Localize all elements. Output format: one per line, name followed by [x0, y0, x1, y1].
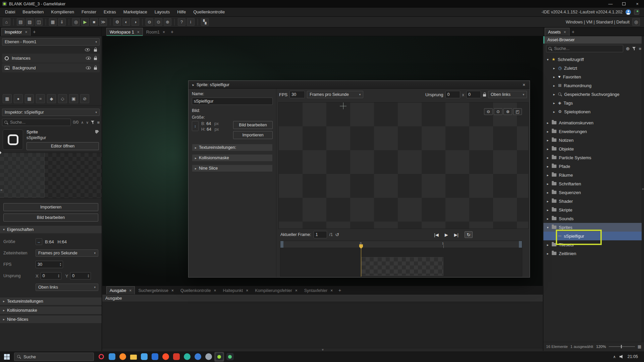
- close-tab-icon[interactable]: ×: [330, 288, 333, 293]
- pdf-icon[interactable]: [171, 352, 181, 362]
- steam-icon[interactable]: [204, 352, 213, 362]
- asset-search-input[interactable]: [554, 46, 621, 51]
- run-icon[interactable]: ▶: [81, 18, 89, 26]
- collapse-icon[interactable]: ▲: [191, 82, 195, 87]
- tray-expand-icon[interactable]: ∧: [613, 355, 616, 359]
- add-layer-folder-icon[interactable]: ▣: [69, 94, 78, 103]
- eye-icon[interactable]: [85, 48, 90, 51]
- caret-icon[interactable]: ▸: [546, 243, 549, 247]
- asset-tree-item-schnellzugriff[interactable]: ▾★Schnellzugriff: [543, 55, 642, 64]
- asset-tree-item-sounds[interactable]: ▸Sounds: [543, 214, 642, 223]
- caret-icon[interactable]: ▾: [546, 226, 549, 229]
- search-next-icon[interactable]: ∨: [86, 120, 89, 125]
- current-frame-input[interactable]: [314, 231, 327, 238]
- caret-icon[interactable]: ▾: [546, 58, 549, 61]
- package-icon[interactable]: ◐: [122, 18, 130, 26]
- brave-icon[interactable]: [161, 352, 170, 362]
- caret-icon[interactable]: ▸: [546, 191, 549, 194]
- timeline-start-handle[interactable]: [280, 241, 283, 248]
- edit-image-button[interactable]: Bild bearbeiten: [233, 121, 273, 129]
- add-asset-icon[interactable]: ⊕: [626, 46, 630, 51]
- close-tab-icon[interactable]: ×: [214, 288, 216, 293]
- origin-x-stepper[interactable]: 0 ▴▾: [41, 272, 61, 280]
- user-avatar[interactable]: [626, 9, 631, 15]
- fps-input[interactable]: [289, 91, 305, 98]
- caret-icon[interactable]: ▸: [546, 182, 549, 186]
- add-tile-layer-icon[interactable]: ▩: [25, 94, 34, 103]
- caret-icon[interactable]: ▸: [552, 110, 556, 114]
- tag-icon[interactable]: [95, 130, 99, 134]
- mail-icon[interactable]: [139, 352, 149, 362]
- asset-search[interactable]: [546, 45, 623, 52]
- frame-0-thumbnail[interactable]: [361, 257, 443, 276]
- eye-icon[interactable]: [86, 66, 91, 69]
- menu-item-quellenkontrolle[interactable]: Quellenkontrolle: [190, 8, 228, 16]
- debug-icon[interactable]: ◎: [72, 18, 80, 26]
- dialog-section-textureinstellungen[interactable]: ▸Textureinstellungen:: [192, 144, 273, 151]
- tab-ausgabe[interactable]: Ausgabe×: [106, 286, 135, 294]
- volume-icon[interactable]: [620, 355, 624, 359]
- asset-tree-item-schriftarten[interactable]: ▸Schriftarten: [543, 179, 642, 188]
- zoom-fit-icon[interactable]: ◰: [513, 108, 522, 115]
- layers-dropdown[interactable]: Ebenen - Room1 ▾: [2, 38, 100, 46]
- time-units-dropdown[interactable]: Frames pro Sekunde ▾: [36, 249, 98, 257]
- collapse-panel-icon[interactable]: «: [0, 188, 2, 192]
- dialog-header[interactable]: ▲ Sprite: sSpielfigur ×: [189, 81, 530, 89]
- caret-icon[interactable]: ▸: [546, 138, 549, 142]
- dialog-section-nine-slice[interactable]: ▸Nine Slice: [192, 165, 273, 172]
- notifications-icon[interactable]: [634, 9, 639, 15]
- caret-icon[interactable]: ▸: [546, 147, 549, 151]
- timeline-ruler[interactable]: 0 1: [280, 241, 522, 248]
- lock-icon[interactable]: [94, 58, 97, 60]
- zoom-reset-icon[interactable]: ⊙: [155, 18, 162, 26]
- onion-skin-icon[interactable]: ↺: [335, 232, 339, 237]
- close-tab-icon[interactable]: ×: [25, 30, 27, 35]
- save-project-icon[interactable]: ◫: [35, 18, 43, 26]
- tab-suchergebnisse[interactable]: Suchergebnisse×: [135, 286, 177, 294]
- menu-icon[interactable]: ≡: [97, 120, 100, 125]
- close-tab-icon[interactable]: ×: [564, 30, 566, 35]
- fps-stepper[interactable]: 30 ▴▾: [36, 261, 63, 268]
- import-button[interactable]: Importieren: [3, 203, 98, 211]
- home-icon[interactable]: ⌂: [3, 18, 10, 26]
- zoom-slider[interactable]: [609, 346, 635, 347]
- grid-view-icon[interactable]: ▦: [638, 344, 641, 349]
- section-kollisionsmaske[interactable]: ▸Kollisionsmaske: [0, 306, 102, 314]
- asset-tree-item-objekte[interactable]: ▸Objekte: [543, 144, 642, 153]
- new-project-icon[interactable]: ▤: [17, 18, 24, 26]
- stepper-arrows-icon[interactable]: ▴▾: [58, 262, 61, 266]
- asset-tree-item-skripte[interactable]: ▸Skripte: [543, 205, 642, 214]
- start-button[interactable]: [4, 354, 10, 360]
- asset-tree-item-sequenzen[interactable]: ▸Sequenzen: [543, 188, 642, 197]
- dialog-section-kollisionsmaske[interactable]: ▸Kollisionsmaske: [192, 154, 273, 162]
- inspector-search[interactable]: [2, 119, 71, 126]
- save-all-icon[interactable]: ▦: [49, 18, 57, 26]
- layer-row-background[interactable]: Background: [2, 63, 100, 72]
- skip-last-icon[interactable]: ▶|: [454, 232, 459, 237]
- menu-item-bearbeiten[interactable]: Bearbeiten: [19, 8, 47, 16]
- lock-icon[interactable]: [94, 67, 97, 70]
- layer-row-instances[interactable]: Instances: [2, 54, 100, 63]
- tab-assets[interactable]: Assets ×: [545, 28, 570, 36]
- origin-x-input[interactable]: [445, 91, 460, 98]
- caret-icon[interactable]: ▸: [546, 199, 549, 203]
- delete-layer-icon[interactable]: ⊘: [80, 94, 89, 103]
- marketplace-icon[interactable]: ◑: [131, 18, 139, 26]
- add-tab-button[interactable]: +: [168, 28, 176, 36]
- sprite-canvas[interactable]: ⊖ ⊙ ⊕ ◰: [278, 102, 529, 229]
- code-editor-icon[interactable]: [107, 352, 117, 362]
- close-tab-icon[interactable]: ×: [171, 288, 174, 293]
- settings-icon[interactable]: ⚙: [113, 18, 121, 26]
- menu-item-marketplace[interactable]: Marketplace: [120, 8, 151, 16]
- asset-tree-item-erweiterungen[interactable]: ▸Erweiterungen: [543, 127, 642, 136]
- lock-icon[interactable]: [94, 49, 97, 52]
- zoom-out-icon[interactable]: ⊖: [484, 108, 493, 115]
- clean-icon[interactable]: ≫: [99, 18, 107, 26]
- play-icon[interactable]: ▶: [445, 232, 448, 237]
- skip-first-icon[interactable]: |◀: [434, 232, 438, 237]
- caret-icon[interactable]: ▸: [546, 173, 549, 177]
- teal-app-icon[interactable]: [182, 352, 192, 362]
- filter-icon[interactable]: [91, 121, 95, 124]
- import-button[interactable]: Importieren: [233, 131, 273, 139]
- zoom-out-icon[interactable]: ⊖: [146, 18, 153, 26]
